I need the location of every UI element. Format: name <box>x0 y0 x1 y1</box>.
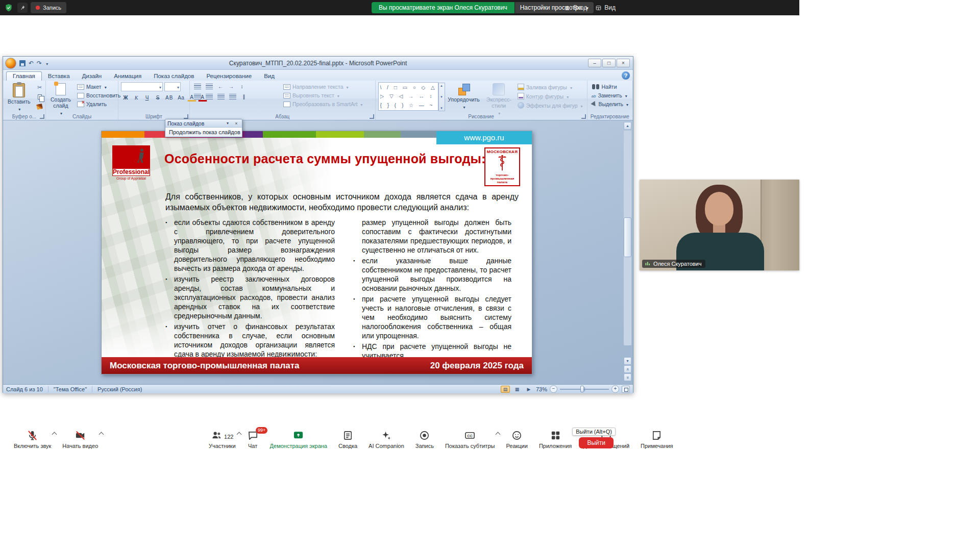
paste-button[interactable]: Вставить <box>6 82 33 113</box>
tab-slideshow[interactable]: Показ слайдов <box>148 72 200 81</box>
shapes-gallery-scroll[interactable]: ▲▼▼ <box>438 83 445 111</box>
scrollbar-thumb[interactable] <box>624 217 631 257</box>
align-right-button[interactable] <box>216 92 226 101</box>
redo-icon[interactable]: ↷ <box>37 60 42 67</box>
zoom-slider-thumb[interactable] <box>580 386 584 392</box>
scrollbar-track[interactable] <box>624 131 631 345</box>
view-button[interactable]: Вид <box>595 4 616 11</box>
leave-button[interactable]: Выйти <box>579 437 614 448</box>
shape-effects-button[interactable]: Эффекты для фигур <box>516 102 584 109</box>
toolbar-ai-companion[interactable]: AI Companion <box>363 427 410 449</box>
line-spacing-button[interactable]: ↕ <box>237 82 247 90</box>
toolbar-share-screen[interactable]: Демонстрация экрана <box>264 427 333 449</box>
language-indicator[interactable]: Русский (Россия) <box>97 386 142 392</box>
font-dialog-launcher[interactable] <box>184 114 188 119</box>
close-button[interactable]: × <box>617 59 630 67</box>
zoom-out-button[interactable]: − <box>550 385 557 393</box>
toolbar-reactions[interactable]: Реакции <box>500 427 533 449</box>
chevron-up-icon[interactable] <box>99 432 104 437</box>
toolbar-mute[interactable]: Включить звук <box>8 427 57 449</box>
help-icon[interactable] <box>622 71 630 80</box>
increase-indent-button[interactable]: → <box>227 82 236 90</box>
reset-button[interactable]: Восстановить <box>76 92 122 99</box>
presenter-video-tile[interactable]: Олеся Скуратович <box>640 180 799 270</box>
popup-title-bar[interactable]: Показ слайдов <box>165 119 242 128</box>
tab-view[interactable]: Вид <box>258 72 281 81</box>
copy-button[interactable] <box>35 93 44 101</box>
chevron-up-icon[interactable] <box>236 432 241 437</box>
pin-button[interactable] <box>17 3 28 13</box>
quick-styles-button[interactable]: Экспресс-стили <box>484 82 513 117</box>
justify-button[interactable] <box>228 92 238 101</box>
shapes-gallery[interactable]: ▲▼▼ <box>378 82 438 111</box>
toolbar-record[interactable]: Запись <box>410 427 439 449</box>
minimize-button[interactable]: – <box>588 59 601 67</box>
scroll-up-button[interactable]: ▲ <box>624 122 631 130</box>
tab-insert[interactable]: Вставка <box>42 72 76 81</box>
fit-to-window-button[interactable] <box>622 386 630 393</box>
toolbar-notes[interactable]: Примечания <box>635 427 679 449</box>
toolbar-captions[interactable]: CC Показать субтитры <box>439 427 501 449</box>
character-spacing-button[interactable]: АВ <box>164 93 175 102</box>
format-painter-button[interactable] <box>35 103 44 111</box>
tab-animation[interactable]: Анимация <box>108 72 148 81</box>
change-case-button[interactable]: Аа <box>176 93 185 102</box>
font-name-combo[interactable] <box>121 82 163 91</box>
tab-home[interactable]: Главная <box>6 71 42 81</box>
toolbar-chat[interactable]: Чат 99+ <box>241 427 264 449</box>
toolbar-summary[interactable]: Сводка <box>333 427 363 449</box>
layout-button[interactable]: Макет <box>76 83 122 90</box>
slideshow-view-button[interactable]: ▶ <box>524 386 533 393</box>
numbering-button[interactable] <box>204 82 214 90</box>
columns-button[interactable]: ∥ <box>239 92 249 101</box>
chevron-up-icon[interactable] <box>496 432 501 437</box>
toolbar-apps[interactable]: Приложения <box>533 427 577 449</box>
signin-button[interactable]: Вход <box>564 4 587 11</box>
paragraph-dialog-launcher[interactable] <box>370 114 374 119</box>
chevron-up-icon[interactable] <box>52 432 57 437</box>
previous-slide-button[interactable]: « <box>624 365 631 373</box>
bullets-button[interactable] <box>192 82 203 90</box>
align-center-button[interactable] <box>204 92 214 101</box>
maximize-button[interactable]: □ <box>602 59 616 67</box>
continue-slideshow-item[interactable]: Продолжить показ слайдов <box>165 128 242 137</box>
replace-button[interactable]: Заменить <box>590 92 630 99</box>
zoom-slider[interactable] <box>560 385 609 393</box>
toolbar-participants[interactable]: 122 Участники <box>203 427 241 449</box>
font-size-combo[interactable] <box>164 82 181 91</box>
new-slide-button[interactable]: Создать слайд <box>48 82 73 117</box>
vertical-scrollbar[interactable]: ▲ ▼ « » <box>624 122 631 381</box>
chevron-down-icon[interactable] <box>227 121 233 126</box>
toolbar-start-video[interactable]: Начать видео <box>57 427 104 449</box>
shape-outline-button[interactable]: Контур фигуры <box>516 92 584 100</box>
office-button[interactable] <box>5 58 16 69</box>
next-slide-button[interactable]: » <box>624 373 631 381</box>
recording-indicator[interactable]: Запись <box>31 2 66 13</box>
select-button[interactable]: Выделить <box>590 101 630 108</box>
align-text-button[interactable]: Выровнять текст <box>282 92 364 99</box>
arrange-button[interactable]: Упорядочить <box>446 82 481 111</box>
bold-button[interactable]: Ж <box>121 93 130 102</box>
shape-fill-button[interactable]: Заливка фигуры <box>516 83 584 91</box>
slide-canvas[interactable]: www.pgo.ru Professional Group of Apprais… <box>101 131 532 374</box>
tab-review[interactable]: Рецензирование <box>200 72 258 81</box>
clipboard-dialog-launcher[interactable] <box>40 114 44 119</box>
save-icon[interactable] <box>19 60 26 66</box>
underline-button[interactable]: Ч <box>142 93 152 102</box>
strikethrough-button[interactable]: S <box>153 93 162 102</box>
shapes-row-misc[interactable] <box>380 103 436 108</box>
drawing-dialog-launcher[interactable] <box>581 114 586 119</box>
normal-view-button[interactable]: ▤ <box>501 386 510 393</box>
slide-sorter-view-button[interactable]: ▦ <box>512 386 522 393</box>
delete-button[interactable]: Удалить <box>76 101 122 108</box>
shapes-row-basic[interactable] <box>380 93 436 99</box>
cut-button[interactable] <box>35 83 44 91</box>
find-button[interactable]: Найти <box>590 83 630 90</box>
italic-button[interactable]: К <box>132 93 141 102</box>
zoom-in-button[interactable]: + <box>611 385 619 393</box>
shapes-row-lines[interactable] <box>380 85 436 90</box>
decrease-indent-button[interactable]: ← <box>216 82 225 90</box>
tab-design[interactable]: Дизайн <box>76 72 108 81</box>
undo-icon[interactable]: ↶ <box>29 60 34 67</box>
convert-smartart-button[interactable]: Преобразовать в SmartArt <box>282 101 364 108</box>
